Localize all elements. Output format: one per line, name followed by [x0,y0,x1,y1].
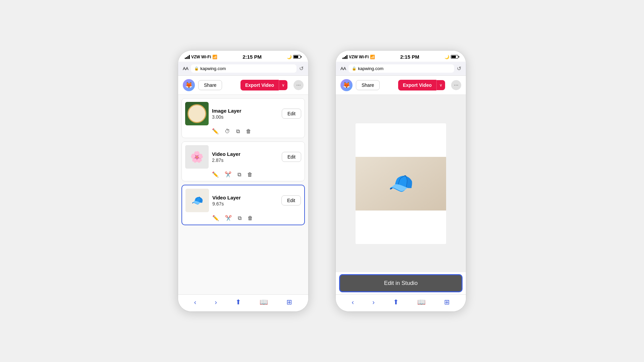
status-right: 🌙 [287,55,302,59]
layer-row-top-2: Video Layer 2.87s Edit [185,145,301,169]
tabs-nav-left[interactable]: ⊞ [286,298,292,306]
export-group-right: Export Video ∨ [398,80,445,90]
preview-white-bottom [356,210,446,244]
edit-button-hat[interactable]: Edit [281,195,301,205]
edit-button-flowers[interactable]: Edit [282,152,301,162]
hat-thumbnail [185,189,209,212]
timer-icon-image[interactable]: ⏱ [225,128,230,134]
layer-row-top-3: Video Layer 9.67s Edit [185,189,301,212]
forward-nav-left[interactable]: › [215,298,217,306]
delete-icon-flowers[interactable]: 🗑 [247,172,253,178]
preview-canvas: 🧢 [356,123,446,244]
lock-icon: 🔒 [194,66,199,71]
back-nav-left[interactable]: ‹ [194,298,197,306]
share-button-left[interactable]: Share [198,80,222,90]
bookmarks-nav-left[interactable]: 📖 [260,298,268,306]
layer-row-top: Image Layer 3.00s Edit [185,102,301,125]
signal-icon-right [342,55,347,59]
bottom-nav-left: ‹ › ⬆ 📖 ⊞ [178,294,308,311]
delete-icon-hat[interactable]: 🗑 [248,215,253,221]
delete-icon-image[interactable]: 🗑 [246,128,251,134]
url-text-right: kapwing.com [358,66,383,71]
layer-thumb-flowers [185,145,209,169]
export-video-button-left[interactable]: Export Video [240,80,279,90]
layer-type-flowers: Video Layer [212,151,278,157]
share-button-right[interactable]: Share [356,80,380,90]
layer-actions-hat: ✏️ ✂️ ⧉ 🗑 [185,214,301,221]
preview-hat-image: 🧢 [356,157,446,210]
browser-bar-right: AA 🔒 kapwing.com ↺ [336,62,466,76]
battery-icon [293,55,302,59]
preview-content: 🧢 [336,95,466,272]
embroidery-thumbnail [185,102,209,125]
status-bar-left: VZW Wi-Fi 📶 2:15 PM 🌙 [178,51,308,62]
bookmarks-nav-right[interactable]: 📖 [417,298,426,306]
time-display: 2:15 PM [243,54,262,60]
layer-duration-image: 3.00s [212,114,278,120]
carrier-text: VZW Wi-Fi [191,55,211,59]
copy-icon-hat[interactable]: ⧉ [238,215,241,221]
layer-type-hat: Video Layer [212,195,278,200]
copy-icon-flowers[interactable]: ⧉ [237,172,241,178]
layer-item-video-flowers: Video Layer 2.87s Edit ✏️ ✂️ ⧉ 🗑 [181,141,305,181]
menu-dots-left[interactable]: ··· [293,80,304,90]
bottom-nav-right: ‹ › ⬆ 📖 ⊞ [336,294,466,311]
url-text: kapwing.com [200,66,226,71]
back-nav-right[interactable]: ‹ [352,298,354,306]
moon-icon: 🌙 [287,55,292,59]
layer-list: Image Layer 3.00s Edit ✏️ ⏱ ⧉ 🗑 Video La… [178,95,308,294]
status-left: VZW Wi-Fi 📶 [185,55,217,59]
copy-icon-image[interactable]: ⧉ [236,128,240,134]
layer-type-image: Image Layer [212,108,278,114]
signal-icon [185,55,190,59]
url-bar[interactable]: 🔒 kapwing.com [191,64,297,73]
browser-bar-left: AA 🔒 kapwing.com ↺ [178,62,308,76]
moon-icon-right: 🌙 [444,55,449,59]
status-left-right: VZW Wi-Fi 📶 [342,55,375,59]
url-bar-right[interactable]: 🔒 kapwing.com [348,64,454,73]
share-nav-left[interactable]: ⬆ [235,298,241,306]
lock-icon-right: 🔒 [352,66,357,71]
export-chevron-left[interactable]: ∨ [279,80,287,90]
layer-thumb-hat [185,189,209,212]
scissors-icon-flowers[interactable]: ✂️ [225,171,231,178]
forward-nav-right[interactable]: › [372,298,375,306]
layer-info-image: Image Layer 3.00s [212,108,278,120]
layer-item-image: Image Layer 3.00s Edit ✏️ ⏱ ⧉ 🗑 [181,98,305,138]
layer-actions-image: ✏️ ⏱ ⧉ 🗑 [185,127,301,134]
wifi-icon-right: 📶 [370,55,375,59]
refresh-icon-right[interactable]: ↺ [457,65,461,72]
tabs-nav-right[interactable]: ⊞ [444,298,450,306]
layer-info-hat: Video Layer 9.67s [212,195,278,206]
hat-preview-visual: 🧢 [388,172,414,195]
share-nav-right[interactable]: ⬆ [393,298,399,306]
pencil-icon-flowers[interactable]: ✏️ [212,171,219,178]
layer-duration-hat: 9.67s [212,201,278,206]
export-group-left: Export Video ∨ [240,80,287,90]
menu-dots-right[interactable]: ··· [451,80,461,90]
layer-duration-flowers: 2.87s [212,158,278,163]
preview-white-top [356,123,446,157]
refresh-icon[interactable]: ↺ [299,65,304,72]
wifi-icon: 📶 [212,55,217,59]
export-video-button-right[interactable]: Export Video [398,80,436,90]
time-display-right: 2:15 PM [400,54,419,60]
aa-label-right[interactable]: AA [340,66,346,71]
pencil-icon-image[interactable]: ✏️ [212,128,219,134]
aa-label[interactable]: AA [183,66,188,71]
layer-info-flowers: Video Layer 2.87s [212,151,278,163]
carrier-text-right: VZW Wi-Fi [349,55,369,59]
flowers-thumbnail [185,145,209,169]
battery-icon-right [451,55,459,59]
export-chevron-right[interactable]: ∨ [436,80,445,90]
status-bar-right: VZW Wi-Fi 📶 2:15 PM 🌙 [336,51,466,62]
app-header-right: 🦊 Share Export Video ∨ ··· [336,76,466,95]
avatar-left[interactable]: 🦊 [183,79,195,91]
pencil-icon-hat[interactable]: ✏️ [212,215,219,221]
app-header-left: 🦊 Share Export Video ∨ ··· [178,76,308,95]
edit-button-image[interactable]: Edit [282,109,301,119]
avatar-right[interactable]: 🦊 [340,79,353,91]
scissors-icon-hat[interactable]: ✂️ [225,215,232,221]
layer-actions-flowers: ✏️ ✂️ ⧉ 🗑 [185,170,301,178]
edit-in-studio-button[interactable]: Edit in Studio [339,274,463,292]
